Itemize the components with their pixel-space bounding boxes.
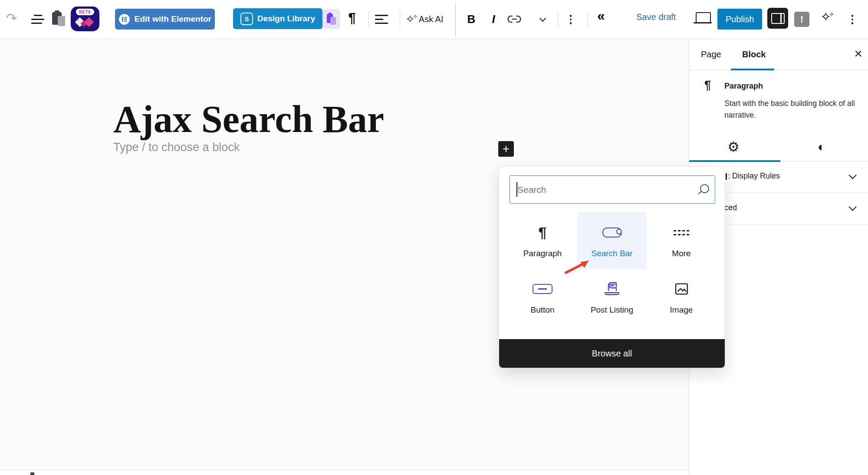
paste-style-icon[interactable] [323, 10, 340, 29]
toolbar-separator [400, 11, 400, 27]
block-label: More [672, 249, 690, 258]
inserter-block-button[interactable]: Button [508, 269, 577, 325]
notice-icon[interactable]: ! [794, 12, 809, 27]
gear-icon[interactable]: ⚙ [727, 139, 740, 155]
laptop-base [694, 22, 712, 23]
clipped-letter-fragment [726, 173, 727, 180]
editor-toolbar: ↷ BETA Edit with Elementor S Design Libr… [0, 0, 868, 39]
tab-block[interactable]: Block [742, 39, 766, 70]
chevron-down-icon [848, 203, 856, 211]
paragraph-block-tool-icon[interactable]: ¶ [344, 9, 360, 28]
search-icon [700, 184, 709, 193]
chevron-down-icon [848, 171, 856, 179]
bottom-breadcrumb-bar [0, 470, 689, 475]
beta-badge: BETA [76, 9, 94, 15]
text-caret [516, 182, 517, 197]
ask-ai-label: Ask AI [419, 14, 444, 24]
sidebar-tabs: Page Block × [689, 39, 868, 70]
styles-icon[interactable]: ◐ [818, 140, 825, 154]
block-label: Paragraph [523, 249, 562, 258]
block-label: Image [670, 305, 693, 315]
block-label: Search Bar [591, 249, 632, 258]
red-annotation-arrow [563, 258, 592, 275]
ai-sparkles-icon[interactable]: ✧✧ [820, 10, 831, 23]
more-options-kebab-icon[interactable] [848, 13, 857, 26]
chevron-shape [539, 15, 546, 22]
inserter-block-more[interactable]: More [647, 212, 716, 269]
add-block-button[interactable]: + [498, 141, 514, 157]
collapse-toolbar-icon[interactable]: « [597, 8, 605, 24]
toolbar-separator [558, 11, 558, 27]
sparkle-icon: ✧✧ [405, 13, 415, 25]
block-label: Post Listing [591, 305, 633, 315]
more-block-icon [674, 223, 689, 242]
block-grid: ¶ Paragraph Search Bar More Button Post … [508, 212, 716, 325]
copy-paste-icon[interactable] [52, 10, 67, 27]
sparkle-icon: ✧✧ [820, 10, 831, 23]
block-card-title: Paragraph [724, 82, 763, 91]
purple-clipboard-page [330, 17, 336, 25]
active-tab-underline [731, 69, 774, 70]
edit-with-elementor-label: Edit with Elementor [135, 14, 211, 24]
paragraph-icon: ¶ [539, 223, 547, 242]
ask-ai-button[interactable]: ✧✧ Ask AI [405, 10, 444, 29]
toolbar-separator [368, 11, 369, 27]
redo-icon[interactable]: ↷ [6, 10, 17, 26]
design-library-label: Design Library [257, 14, 315, 23]
close-icon[interactable]: × [854, 46, 862, 62]
beta-plugin-icon[interactable]: BETA [71, 7, 99, 31]
publish-button[interactable]: Publish [717, 9, 762, 30]
block-card-description: Start with the basic building block of a… [724, 98, 864, 121]
beta-diamond-pink [84, 17, 94, 27]
inserter-block-post-listing[interactable]: Post Listing [577, 269, 647, 325]
preview-icon[interactable] [694, 12, 712, 25]
settings-sidebar-toggle[interactable] [767, 8, 788, 29]
inserter-search-field [510, 175, 715, 204]
save-draft-button[interactable]: Save draft [636, 12, 676, 22]
post-listing-icon [603, 280, 621, 299]
design-library-s-icon: S [240, 13, 253, 25]
empty-block-placeholder[interactable]: Type / to choose a block [113, 141, 240, 154]
toolbar-separator [455, 3, 456, 36]
chevron-down-icon[interactable] [538, 14, 547, 23]
block-settings-tabs: ⚙ ◐ [689, 135, 868, 162]
toolbar-separator [587, 11, 588, 27]
search-input[interactable] [510, 176, 715, 203]
laptop-screen [696, 12, 711, 23]
paragraph-block-icon: ¶ [704, 79, 711, 92]
tab-page[interactable]: Page [701, 39, 721, 70]
panel-icon [771, 13, 785, 24]
block-inserter-popup: ¶ Paragraph Search Bar More Button Post … [499, 166, 725, 368]
image-block-icon [674, 280, 690, 299]
browse-all-button[interactable]: Browse all [499, 339, 725, 368]
bold-button[interactable]: B [464, 10, 479, 29]
clipboard-page [58, 16, 65, 26]
options-kebab-icon[interactable] [566, 13, 575, 26]
inserter-block-image[interactable]: Image [647, 269, 716, 325]
cut-off-element [30, 472, 34, 475]
display-rules-label: : Display Rules [728, 172, 780, 181]
block-editor: ↷ BETA Edit with Elementor S Design Libr… [0, 0, 868, 475]
document-overview-icon[interactable] [31, 13, 45, 25]
button-block-icon [533, 280, 552, 299]
edit-with-elementor-button[interactable]: Edit with Elementor [115, 9, 215, 30]
block-label: Button [531, 305, 555, 315]
elementor-logo-icon [118, 13, 130, 25]
search-bar-icon [602, 223, 621, 242]
italic-button[interactable]: I [487, 10, 500, 29]
text-align-icon[interactable] [375, 13, 390, 25]
design-library-button[interactable]: S Design Library [233, 8, 322, 29]
link-icon[interactable] [506, 12, 523, 26]
page-title[interactable]: Ajax Search Bar [113, 99, 384, 139]
